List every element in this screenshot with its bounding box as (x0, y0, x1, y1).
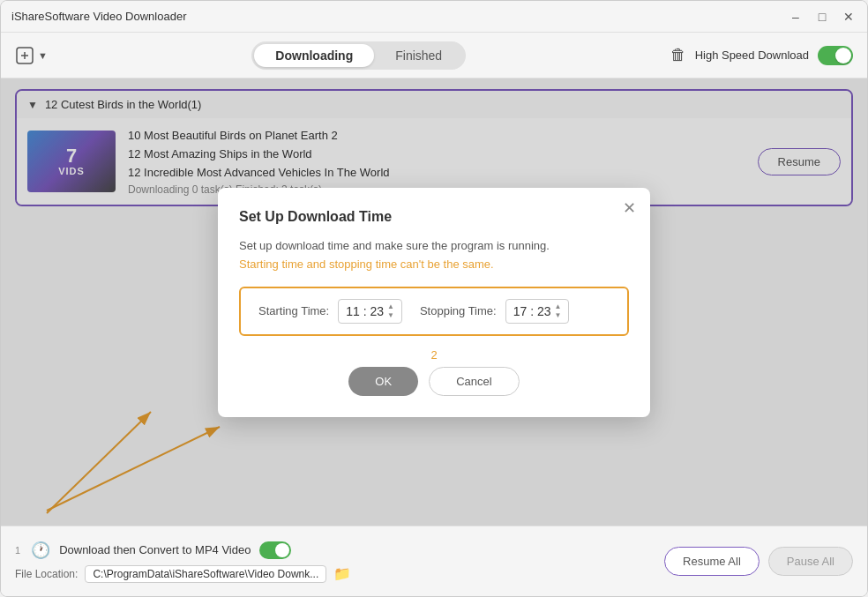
convert-label: Download then Convert to MP4 Video (59, 543, 251, 556)
chevron-down-icon: ▼ (38, 50, 48, 61)
resume-all-button[interactable]: Resume All (664, 547, 760, 576)
high-speed-toggle[interactable] (818, 46, 853, 65)
stopping-time-up[interactable]: ▲ (555, 303, 562, 310)
modal-title: Set Up Download Time (239, 209, 629, 225)
step-number: 2 (239, 348, 629, 362)
header-bar: ▼ Downloading Finished 🗑 High Speed Down… (1, 33, 867, 78)
starting-time-input[interactable]: 11 : 23 ▲ ▼ (338, 299, 402, 324)
add-download-button[interactable]: ▼ (15, 46, 48, 65)
window-controls: – □ ✕ (788, 9, 857, 25)
modal-description: Set up download time and make sure the p… (239, 239, 629, 252)
modal-close-button[interactable]: ✕ (623, 200, 636, 216)
setup-download-time-modal: Set Up Download Time ✕ Set up download t… (218, 188, 650, 417)
modal-actions: OK Cancel (239, 367, 629, 396)
maximize-button[interactable]: □ (814, 9, 830, 25)
high-speed-label: High Speed Download (695, 49, 809, 62)
footer-row1: 1 🕐 Download then Convert to MP4 Video (15, 541, 664, 560)
tab-group: Downloading Finished (48, 41, 670, 70)
app-title: iShareSoftware Video Downloader (11, 10, 788, 23)
stopping-time-field: Stopping Time: 17 : 23 ▲ ▼ (420, 299, 569, 324)
file-location-label: File Location: (15, 568, 78, 580)
starting-time-down[interactable]: ▼ (387, 312, 394, 319)
pause-all-button: Pause All (768, 547, 853, 576)
footer-left: 1 🕐 Download then Convert to MP4 Video F… (15, 541, 664, 583)
stopping-time-spinner[interactable]: ▲ ▼ (555, 303, 562, 319)
convert-toggle[interactable] (259, 541, 291, 559)
modal-overlay: Set Up Download Time ✕ Set up download t… (1, 78, 867, 526)
stopping-time-label: Stopping Time: (420, 304, 497, 317)
time-row: Starting Time: 11 : 23 ▲ ▼ Stopping Time… (239, 287, 629, 336)
stopping-time-value: 17 : 23 (513, 304, 551, 318)
clock-icon[interactable]: 🕐 (31, 541, 50, 560)
footer-row2: File Location: C:\ProgramData\iShareSoft… (15, 565, 664, 583)
tab-container: Downloading Finished (251, 41, 466, 70)
stopping-time-input[interactable]: 17 : 23 ▲ ▼ (505, 299, 570, 324)
footer-right: Resume All Pause All (664, 547, 853, 576)
title-bar: iShareSoftware Video Downloader – □ ✕ (1, 1, 867, 33)
footer: 1 🕐 Download then Convert to MP4 Video F… (1, 526, 867, 596)
starting-time-value: 11 : 23 (346, 304, 384, 318)
folder-icon[interactable]: 📁 (333, 565, 351, 582)
minimize-button[interactable]: – (788, 9, 804, 25)
starting-time-up[interactable]: ▲ (387, 303, 394, 310)
header-left: ▼ (15, 46, 48, 65)
trash-icon[interactable]: 🗑 (670, 46, 686, 64)
close-button[interactable]: ✕ (841, 9, 857, 25)
ok-button[interactable]: OK (348, 367, 418, 396)
step-1-label: 1 (15, 545, 20, 556)
starting-time-spinner[interactable]: ▲ ▼ (387, 303, 394, 319)
tab-downloading[interactable]: Downloading (254, 44, 374, 67)
modal-warning: Starting time and stopping time can't be… (239, 257, 629, 271)
header-right: 🗑 High Speed Download (670, 46, 853, 65)
main-content: ▼ 12 Cutest Birds in the World(1) 7 VIDS… (1, 78, 867, 526)
app-window: iShareSoftware Video Downloader – □ ✕ ▼ … (0, 0, 868, 597)
stopping-time-down[interactable]: ▼ (555, 312, 562, 319)
starting-time-label: Starting Time: (258, 304, 329, 317)
starting-time-field: Starting Time: 11 : 23 ▲ ▼ (258, 299, 402, 324)
add-download-icon (15, 46, 34, 65)
cancel-button[interactable]: Cancel (429, 367, 519, 396)
tab-finished[interactable]: Finished (374, 44, 463, 67)
file-path[interactable]: C:\ProgramData\iShareSoftware\Video Down… (85, 565, 326, 583)
